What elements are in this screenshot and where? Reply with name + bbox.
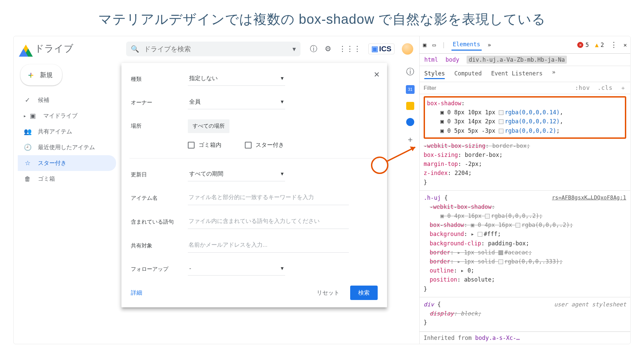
close-icon[interactable]: ✕ [374,70,380,79]
checkbox-trash[interactable]: ゴミ箱内 [188,141,221,149]
css-prop: border [430,249,450,256]
svg-line-1 [387,147,415,161]
swatch-icon [498,259,503,264]
css-val: -2px; [462,161,482,167]
subtab-events[interactable]: Event Listeners [491,69,543,79]
rule-source-link[interactable]: rs=AFB8gsxK…LDQxoF8Ag:1 [552,193,626,202]
css-rgba: rgba(0,0,0,.2); [491,213,543,219]
rule-note: user agent stylesheet [554,300,626,309]
shadow-icon: ▣ [440,127,447,134]
field-owner-select[interactable]: 全員▾ [188,96,285,109]
crumb-selected[interactable]: div.h-uj.a-Va-Zb-mb.Hb-ja-Na [467,56,567,64]
nav-label: マイドライブ [43,112,77,120]
devtools-toolbar: ▣ ▭ | Elements » ✕5 ▲2 ⋮ ✕ [420,36,630,54]
people-icon: 👥 [24,128,31,135]
tab-elements[interactable]: Elements [451,39,482,51]
cls-toggle[interactable]: .cls [598,84,613,91]
chevron-down-icon: ▾ [281,265,284,272]
css-prop: margin-top [424,161,458,167]
field-share-input[interactable] [188,239,349,253]
swatch-icon [499,129,503,133]
hov-toggle[interactable]: :hov [575,84,590,91]
add-rule-icon[interactable]: ＋ [620,84,626,91]
reset-button[interactable]: リセット [317,289,339,297]
new-button-label: 新規 [40,71,53,79]
checkbox-label: ゴミ箱内 [199,141,221,149]
css-rgba: rgba(0,0,0,0.12) [505,118,560,125]
field-type-label: 種類 [131,76,188,83]
css-sep: ; [556,127,560,134]
more-subtabs-icon[interactable]: » [552,69,555,79]
subtab-styles[interactable]: Styles [424,69,445,79]
nav-label: ゴミ箱 [38,175,55,183]
new-button[interactable]: ＋ 新規 [20,64,62,85]
kebab-icon[interactable]: ⋮ [610,41,618,49]
field-words-label: 含まれている語句 [131,219,188,226]
field-words-input[interactable] [188,215,349,229]
field-follow-select[interactable]: -▾ [188,263,285,276]
avatar[interactable] [402,43,413,55]
field-name-input[interactable] [188,191,349,205]
css-val: 0 4px 16px [474,222,516,228]
slide-headline: マテリアルデザインでは複数の box-shadow で自然な影を表現している [13,10,631,28]
css-rgba: rgba(0,0,0,0.2) [505,127,556,134]
search-input[interactable] [144,45,292,53]
calendar-icon[interactable]: 31 [406,85,415,94]
styles-filter-input[interactable] [424,85,524,92]
styles-pane[interactable]: box-shadow: ▣ 0 8px 10px 1px rgba(0,0,0,… [420,94,630,331]
device-icon[interactable]: ▭ [432,42,436,48]
info-icon[interactable]: ⓘ [406,66,414,77]
checkbox-starred[interactable]: スター付き [245,141,284,149]
field-type-select[interactable]: 指定しない▾ [188,72,285,86]
dropdown-icon[interactable]: ▾ [292,45,296,53]
field-location-label: 場所 [131,123,188,130]
css-brace: { [434,301,441,308]
inherited-selector[interactable]: body.a-s-Xc-… [475,335,520,341]
swatch-icon [499,110,503,115]
nav-suggest[interactable]: ✓候補 [18,92,116,108]
inspect-icon[interactable]: ▣ [423,42,426,48]
help-icon[interactable]: ⓘ [310,44,317,54]
field-updated-label: 更新日 [131,171,188,178]
crumb-body[interactable]: body [445,56,459,63]
drive-sidebar: ドライブ ＋ 新規 ✓候補 ▸▣マイドライブ 👥共有アイテム 🕘最近使用したアイ… [14,36,120,344]
tasks-icon[interactable] [406,118,414,126]
nav-shared[interactable]: 👥共有アイテム [18,124,116,139]
subtab-computed[interactable]: Computed [454,69,482,79]
css-rgba: rgba(0,0,0,.2); [522,222,573,228]
gear-icon[interactable]: ⚙ [325,45,331,53]
keep-icon[interactable] [406,102,414,110]
nav-label: 共有アイテム [38,128,72,135]
add-icon[interactable]: ＋ [406,134,414,145]
side-rail: ⓘ 31 ＋ [406,66,415,145]
close-devtools-icon[interactable]: ✕ [624,42,627,48]
css-val: 1px solid [461,258,498,265]
search-button[interactable]: 検索 [350,286,378,300]
nav-recent[interactable]: 🕘最近使用したアイテム [18,139,116,155]
search-box[interactable]: 🔍 ▾ [126,42,301,56]
swatch-icon [498,250,503,255]
nav-trash[interactable]: 🗑ゴミ箱 [18,171,116,187]
css-val: block; [457,310,481,317]
apps-icon[interactable]: ⋮⋮⋮ [339,45,361,53]
select-value: 全員 [189,98,201,106]
inherited-from: Inherited from body.a-s-Xc-… [420,331,630,344]
drive-icon: ▣ [29,112,37,120]
nav-mydrive[interactable]: ▸▣マイドライブ [18,108,116,124]
field-name-label: アイテム名 [131,195,188,202]
select-value: すべての期間 [189,170,223,178]
warn-count[interactable]: ▲2 [595,41,604,48]
plus-icon: ＋ [26,69,35,81]
drive-main: 🔍 ▾ ⓘ ⚙ ⋮⋮⋮ ▣ICS ✕ 種類 [120,36,419,344]
field-share-label: 共有対象 [131,242,188,249]
error-count[interactable]: ✕5 [577,42,589,48]
details-link[interactable]: 詳細 [131,289,142,297]
nav-starred[interactable]: ☆スター付き [18,155,116,171]
field-updated-select[interactable]: すべての期間▾ [188,168,285,181]
css-brace: { [441,194,447,201]
field-location-pill[interactable]: すべての場所 [188,119,229,133]
css-prop: outline [430,267,454,274]
crumb-html[interactable]: html [424,56,438,63]
more-tabs-icon[interactable]: » [488,42,491,48]
dom-breadcrumbs[interactable]: html body div.h-uj.a-Va-Zb-mb.Hb-ja-Na [420,54,630,66]
